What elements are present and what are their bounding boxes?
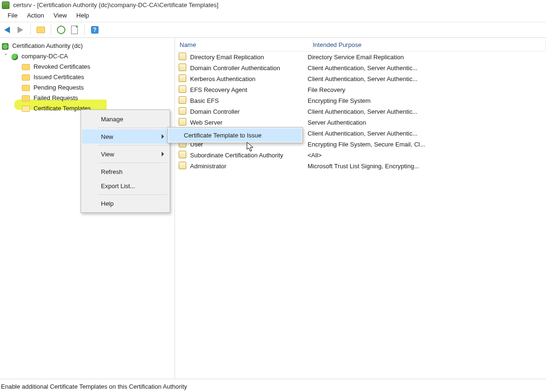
template-icon bbox=[175, 118, 190, 127]
toolbar-separator bbox=[84, 25, 85, 35]
template-icon bbox=[175, 96, 190, 105]
grid-row[interactable]: EFS Recovery AgentFile Recovery bbox=[175, 84, 546, 95]
context-menu-item-manage[interactable]: Manage bbox=[82, 112, 169, 126]
folder-icon bbox=[22, 64, 30, 70]
tree-item-revoked[interactable]: Revoked Certificates bbox=[0, 62, 174, 72]
content-pane: Name Intended Purpose Directory Email Re… bbox=[175, 38, 546, 379]
folder-open-icon bbox=[22, 106, 30, 112]
toolbar: ? bbox=[0, 22, 546, 38]
window-title: certsrv - [Certification Authority (dc)\… bbox=[13, 1, 218, 9]
template-icon bbox=[175, 74, 190, 83]
menu-file[interactable]: File bbox=[3, 9, 22, 22]
cell-intended-purpose: Microsoft Trust List Signing, Encrypting… bbox=[308, 163, 440, 170]
tree-root-label: Certification Authority (dc) bbox=[12, 42, 83, 49]
refresh-icon bbox=[57, 26, 65, 34]
cell-intended-purpose: Server Authentication bbox=[308, 119, 440, 126]
menubar: File Action View Help bbox=[0, 9, 546, 22]
toolbar-up-button[interactable] bbox=[36, 25, 46, 35]
toolbar-separator bbox=[30, 25, 31, 35]
cell-name: Basic EFS bbox=[190, 97, 308, 104]
context-submenu: Certificate Template to Issue bbox=[167, 127, 303, 143]
tree-item-label: Pending Requests bbox=[34, 84, 84, 91]
folder-up-icon bbox=[36, 27, 45, 33]
grid-row[interactable]: Domain Controller AuthenticationClient A… bbox=[175, 63, 546, 73]
cert-authority-icon bbox=[2, 43, 9, 50]
export-list-icon bbox=[71, 26, 78, 34]
submenu-item-cert-template-to-issue[interactable]: Certificate Template to Issue bbox=[169, 128, 301, 142]
grid-row[interactable]: Kerberos AuthenticationClient Authentica… bbox=[175, 73, 546, 84]
context-menu-separator bbox=[98, 145, 167, 146]
toolbar-export-button[interactable] bbox=[69, 25, 80, 35]
menu-action[interactable]: Action bbox=[22, 9, 49, 22]
back-arrow-icon bbox=[4, 27, 10, 33]
cell-name: Domain Controller bbox=[190, 108, 308, 115]
column-header-purpose[interactable]: Intended Purpose bbox=[313, 41, 446, 48]
context-menu-item-label: New bbox=[101, 133, 113, 140]
context-menu-item-label: Manage bbox=[101, 116, 123, 123]
folder-icon bbox=[22, 85, 30, 91]
cell-name: Kerberos Authentication bbox=[190, 75, 308, 82]
cell-intended-purpose: Client Authentication, Server Authentic.… bbox=[308, 64, 440, 72]
folder-icon bbox=[22, 74, 30, 81]
tree-item-issued[interactable]: Issued Certificates bbox=[0, 72, 174, 82]
tree-item-label: Issued Certificates bbox=[34, 73, 84, 81]
app-icon bbox=[2, 1, 9, 9]
cell-name: Administrator bbox=[190, 163, 308, 170]
tree-item-pending[interactable]: Pending Requests bbox=[0, 82, 174, 93]
grid-rows: Directory Email ReplicationDirectory Ser… bbox=[175, 52, 546, 172]
status-text: Enable additional Certificate Templates … bbox=[1, 383, 187, 390]
context-menu-item-label: View bbox=[101, 151, 114, 158]
tree-item-failed[interactable]: Failed Requests bbox=[0, 93, 174, 103]
tree-ca-node[interactable]: ˅ company-DC-CA bbox=[0, 51, 174, 62]
template-icon bbox=[175, 64, 190, 73]
context-menu-item-help[interactable]: Help bbox=[82, 196, 169, 210]
grid-row[interactable]: Subordinate Certification Authority<All> bbox=[175, 150, 546, 161]
context-menu-item-label: Export List... bbox=[101, 182, 135, 190]
context-menu-item-label: Help bbox=[101, 200, 114, 207]
cell-name: EFS Recovery Agent bbox=[190, 86, 308, 93]
cell-intended-purpose: Client Authentication, Server Authentic.… bbox=[308, 130, 440, 137]
menu-help[interactable]: Help bbox=[72, 9, 94, 22]
tree-root[interactable]: Certification Authority (dc) bbox=[0, 41, 174, 51]
tree-item-label: Failed Requests bbox=[34, 94, 78, 101]
template-icon bbox=[175, 151, 190, 160]
toolbar-refresh-button[interactable] bbox=[56, 25, 66, 35]
context-menu-item-new[interactable]: New bbox=[82, 129, 169, 144]
context-menu-separator bbox=[98, 163, 167, 163]
forward-arrow-icon bbox=[18, 27, 23, 33]
template-icon bbox=[175, 107, 190, 116]
toolbar-back-button[interactable] bbox=[2, 25, 12, 35]
cell-name: Directory Email Replication bbox=[190, 54, 308, 61]
grid-row[interactable]: Domain ControllerClient Authentication, … bbox=[175, 106, 546, 117]
cell-name: Web Server bbox=[190, 119, 308, 126]
template-icon bbox=[175, 53, 190, 62]
cell-intended-purpose: <All> bbox=[308, 152, 440, 159]
cell-intended-purpose: Encrypting File System, Secure Email, Cl… bbox=[308, 141, 440, 148]
cell-intended-purpose: Client Authentication, Server Authentic.… bbox=[308, 108, 440, 115]
column-header-name[interactable]: Name bbox=[175, 41, 312, 48]
cell-name: Domain Controller Authentication bbox=[190, 64, 308, 72]
cell-intended-purpose: Client Authentication, Server Authentic.… bbox=[308, 75, 440, 82]
grid-row[interactable]: Directory Email ReplicationDirectory Ser… bbox=[175, 52, 546, 63]
help-icon: ? bbox=[91, 26, 99, 34]
tree-expander-icon[interactable]: ˅ bbox=[2, 51, 9, 62]
folder-icon bbox=[22, 95, 30, 101]
submenu-indicator-icon bbox=[162, 134, 164, 139]
cell-name: Subordinate Certification Authority bbox=[190, 152, 308, 159]
cell-intended-purpose: Directory Service Email Replication bbox=[308, 54, 440, 61]
toolbar-help-button[interactable]: ? bbox=[90, 25, 100, 35]
context-menu-item-export[interactable]: Export List... bbox=[82, 179, 169, 193]
menu-view[interactable]: View bbox=[49, 9, 72, 22]
titlebar: certsrv - [Certification Authority (dc)\… bbox=[0, 0, 546, 9]
grid-row[interactable]: AdministratorMicrosoft Trust List Signin… bbox=[175, 161, 546, 172]
tree-item-label: Revoked Certificates bbox=[34, 63, 91, 70]
cell-intended-purpose: File Recovery bbox=[308, 86, 440, 93]
context-menu-separator bbox=[98, 128, 167, 128]
statusbar: Enable additional Certificate Templates … bbox=[0, 379, 546, 392]
template-icon bbox=[175, 85, 190, 94]
grid-row[interactable]: Web ServerServer Authentication bbox=[175, 117, 546, 128]
toolbar-forward-button[interactable] bbox=[15, 25, 26, 35]
context-menu-item-refresh[interactable]: Refresh bbox=[82, 164, 169, 179]
context-menu-item-view[interactable]: View bbox=[82, 147, 169, 161]
grid-row[interactable]: Basic EFSEncrypting File System bbox=[175, 95, 546, 106]
